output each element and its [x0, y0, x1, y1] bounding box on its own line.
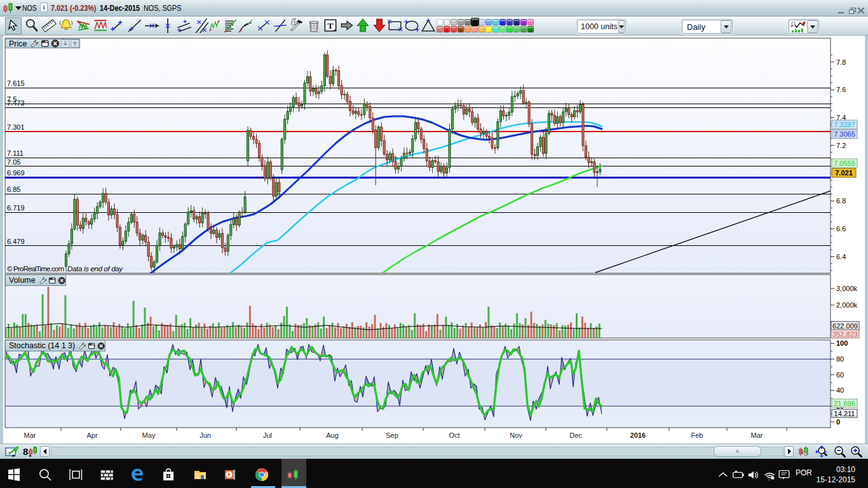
svg-text:7.2: 7.2: [836, 142, 846, 149]
svg-text:Jun: Jun: [200, 431, 211, 439]
svg-text:40: 40: [836, 386, 844, 394]
svg-text:2,000k: 2,000k: [836, 301, 858, 309]
svg-text:Nov: Nov: [510, 431, 522, 439]
svg-text:3,000k: 3,000k: [836, 285, 858, 292]
svg-text:0: 0: [836, 418, 840, 426]
svg-text:6.969: 6.969: [7, 169, 25, 177]
svg-text:622.009: 622.009: [832, 322, 858, 330]
svg-text:6.479: 6.479: [7, 238, 25, 245]
svg-text:60: 60: [836, 371, 844, 379]
svg-text:100: 100: [836, 339, 848, 347]
svg-text:T: T: [327, 21, 333, 30]
svg-text:Sep: Sep: [386, 431, 398, 439]
svg-text:Apr: Apr: [86, 431, 97, 439]
svg-text:7.6: 7.6: [836, 86, 846, 93]
svg-text:2016: 2016: [630, 431, 646, 439]
svg-text:Mar: Mar: [24, 431, 36, 439]
svg-text:80: 80: [836, 355, 844, 363]
svg-text:7.615: 7.615: [7, 79, 25, 87]
svg-text:7.3065: 7.3065: [834, 130, 855, 138]
svg-text:6.85: 6.85: [7, 186, 20, 193]
svg-text:7.473: 7.473: [7, 99, 25, 107]
svg-text:7.111: 7.111: [7, 149, 24, 157]
svg-text:Jul: Jul: [263, 431, 272, 439]
svg-text:Feb: Feb: [691, 431, 703, 439]
svg-text:21.696: 21.696: [834, 400, 855, 407]
svg-text:14.211: 14.211: [834, 410, 855, 417]
svg-text:7.3287: 7.3287: [834, 121, 855, 128]
svg-text:6.4: 6.4: [836, 253, 846, 261]
svg-text:6.719: 6.719: [7, 204, 25, 212]
svg-text:7.301: 7.301: [7, 123, 25, 131]
svg-text:8: 8: [23, 446, 28, 457]
svg-text:Oct: Oct: [449, 431, 459, 439]
svg-text:7.8: 7.8: [836, 58, 846, 66]
svg-text:© ProRealTime.com: © ProRealTime.com: [7, 265, 64, 273]
svg-text:7.05: 7.05: [7, 158, 20, 166]
svg-text:7.021: 7.021: [835, 169, 853, 177]
svg-text:May: May: [142, 431, 156, 439]
svg-text:352,823: 352,823: [832, 330, 858, 338]
svg-text:Aug: Aug: [326, 431, 339, 439]
svg-text:Dec: Dec: [569, 431, 582, 439]
svg-text:7.0555: 7.0555: [834, 159, 855, 167]
svg-text:6.6: 6.6: [836, 225, 846, 233]
svg-text:6.8: 6.8: [836, 197, 846, 205]
svg-text:Mar: Mar: [751, 431, 763, 439]
svg-text:Data is end of day: Data is end of day: [67, 265, 123, 273]
